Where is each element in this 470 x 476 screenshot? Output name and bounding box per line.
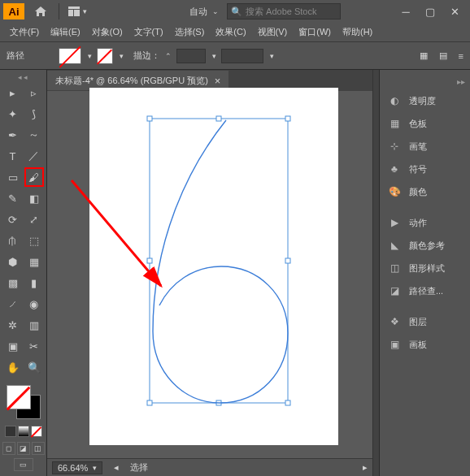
- menu-view[interactable]: 视图(V): [253, 24, 293, 40]
- magic-wand-tool[interactable]: ✦: [3, 104, 23, 123]
- align-icon[interactable]: ▤: [439, 50, 447, 61]
- maximize-button[interactable]: ▢: [418, 3, 442, 19]
- status-nav-prev[interactable]: ◂: [114, 462, 119, 473]
- rectangle-tool[interactable]: ▭: [3, 167, 23, 187]
- menu-edit[interactable]: 编辑(E): [46, 24, 85, 40]
- stroke-style-dropdown[interactable]: [221, 49, 263, 63]
- menu-effect[interactable]: 效果(C): [211, 24, 250, 40]
- panel-swatches[interactable]: ▦ 色板: [380, 112, 470, 135]
- layout-dropdown[interactable]: ▾: [63, 2, 92, 20]
- mesh-tool[interactable]: ▩: [3, 273, 23, 292]
- perspective-tool[interactable]: ▦: [24, 252, 44, 271]
- menu-select[interactable]: 选择(S): [170, 24, 210, 40]
- gradient-tool[interactable]: ▮: [24, 273, 44, 292]
- actions-icon: ▶: [388, 216, 401, 229]
- symbols-icon: ♣: [388, 162, 401, 175]
- panel-label: 颜色参考: [409, 240, 445, 252]
- line-tool[interactable]: ／: [24, 146, 44, 166]
- canvas-viewport[interactable]: [47, 91, 372, 458]
- fill-swatch[interactable]: [59, 48, 81, 64]
- panel-symbols[interactable]: ♣ 符号: [380, 158, 470, 180]
- artboard-tool[interactable]: ▣: [3, 336, 23, 356]
- titlebar: Ai ▾ 自动 ⌄ 🔍 搜索 Adobe Stock ─ ▢ ✕: [0, 0, 470, 23]
- screen-mode[interactable]: ▭: [14, 458, 33, 471]
- panel-brushes[interactable]: ⊹ 画笔: [380, 135, 470, 158]
- status-nav-next[interactable]: ▸: [363, 462, 368, 473]
- paintbrush-tool[interactable]: 🖌: [24, 167, 44, 187]
- minimize-button[interactable]: ─: [394, 3, 418, 19]
- menu-type[interactable]: 文字(T): [129, 24, 168, 40]
- color-control[interactable]: [7, 385, 41, 419]
- stroke-label: 描边：: [133, 50, 160, 62]
- shape-builder-tool[interactable]: ⬢: [3, 252, 23, 271]
- panel-label: 路径查...: [409, 285, 443, 297]
- symbol-sprayer-tool[interactable]: ✲: [3, 315, 23, 335]
- width-tool[interactable]: ⫛: [3, 231, 23, 250]
- scrollbar[interactable]: [372, 70, 379, 476]
- rotate-tool[interactable]: ⟳: [3, 210, 23, 229]
- hand-tool[interactable]: ✋: [3, 357, 23, 377]
- chevron-down-icon[interactable]: ▾: [270, 52, 274, 60]
- panel-actions[interactable]: ▶ 动作: [380, 211, 470, 234]
- auto-dropdown[interactable]: 自动 ⌄: [189, 6, 219, 18]
- toolbox: ◂◂ ▸ ▹ ✦ ⟆ ✒ ～ T ／ ▭ 🖌 ✎ ◧ ⟳ ⤢ ⫛ ⬚ ⬢ ▦ ▩…: [0, 70, 47, 476]
- artboard[interactable]: [89, 88, 338, 445]
- chevron-down-icon: ▾: [83, 7, 87, 15]
- type-tool[interactable]: T: [3, 146, 23, 166]
- chevron-down-icon[interactable]: ▾: [120, 52, 124, 60]
- panel-pathfinder[interactable]: ◪ 路径查...: [380, 279, 470, 302]
- eraser-tool[interactable]: ◧: [24, 188, 44, 208]
- free-transform-tool[interactable]: ⬚: [24, 231, 44, 250]
- panel-layers[interactable]: ❖ 图层: [380, 310, 470, 333]
- pen-tool[interactable]: ✒: [3, 125, 23, 145]
- stroke-stepper-down[interactable]: ⌃: [165, 52, 172, 60]
- panel-color-guide[interactable]: ◣ 颜色参考: [380, 234, 470, 257]
- menu-file[interactable]: 文件(F): [5, 24, 44, 40]
- menu-window[interactable]: 窗口(W): [294, 24, 336, 40]
- scale-tool[interactable]: ⤢: [24, 210, 44, 229]
- close-icon[interactable]: ×: [215, 75, 221, 87]
- chevron-down-icon[interactable]: ▾: [212, 52, 216, 60]
- menu-help[interactable]: 帮助(H): [337, 24, 377, 40]
- collapse-handle[interactable]: ◂◂: [2, 73, 45, 81]
- stroke-swatch[interactable]: [97, 48, 113, 64]
- brushes-icon: ⊹: [388, 140, 401, 153]
- swatches-icon: ▦: [388, 117, 401, 130]
- draw-inside[interactable]: ◫: [32, 442, 45, 455]
- chevron-down-icon[interactable]: ▾: [88, 52, 92, 60]
- slice-tool[interactable]: ✂: [24, 336, 44, 356]
- lasso-tool[interactable]: ⟆: [24, 104, 44, 123]
- search-input[interactable]: 🔍 搜索 Adobe Stock: [227, 3, 341, 19]
- panel-label: 画笔: [409, 141, 427, 153]
- home-button[interactable]: [31, 2, 50, 20]
- color-guide-icon: ◣: [388, 239, 401, 252]
- draw-normal[interactable]: ◻: [2, 442, 15, 455]
- selection-tool[interactable]: ▸: [3, 83, 23, 102]
- color-mode-gradient[interactable]: [18, 426, 29, 437]
- close-button[interactable]: ✕: [442, 3, 467, 19]
- stroke-weight-input[interactable]: [176, 49, 206, 63]
- color-mode-solid[interactable]: [5, 426, 16, 437]
- panel-label: 透明度: [409, 95, 436, 107]
- panel-transparency[interactable]: ◐ 透明度: [380, 89, 470, 112]
- zoom-tool[interactable]: 🔍: [24, 357, 44, 377]
- blend-tool[interactable]: ◉: [24, 294, 44, 314]
- panel-menu-icon[interactable]: ≡: [459, 51, 463, 61]
- eyedropper-tool[interactable]: ⟋: [3, 294, 23, 314]
- curvature-tool[interactable]: ～: [24, 125, 44, 145]
- main-area: ◂◂ ▸ ▹ ✦ ⟆ ✒ ～ T ／ ▭ 🖌 ✎ ◧ ⟳ ⤢ ⫛ ⬚ ⬢ ▦ ▩…: [0, 70, 470, 476]
- options-icon[interactable]: ▦: [420, 50, 428, 61]
- direct-selection-tool[interactable]: ▹: [24, 83, 44, 102]
- zoom-dropdown[interactable]: 66.64% ▾: [52, 461, 102, 474]
- menu-object[interactable]: 对象(O): [87, 24, 128, 40]
- graph-tool[interactable]: ▥: [24, 315, 44, 335]
- panel-graphic-styles[interactable]: ◫ 图形样式: [380, 257, 470, 279]
- draw-behind[interactable]: ◪: [17, 442, 30, 455]
- expand-panels-icon[interactable]: ▸▸: [457, 77, 465, 86]
- color-mode-none[interactable]: [31, 426, 42, 437]
- pencil-tool[interactable]: ✎: [3, 188, 23, 208]
- svg-rect-11: [285, 400, 290, 405]
- panel-color[interactable]: 🎨 颜色: [380, 180, 470, 203]
- panel-artboards[interactable]: ▣ 画板: [380, 333, 470, 356]
- fill-color[interactable]: [7, 385, 31, 409]
